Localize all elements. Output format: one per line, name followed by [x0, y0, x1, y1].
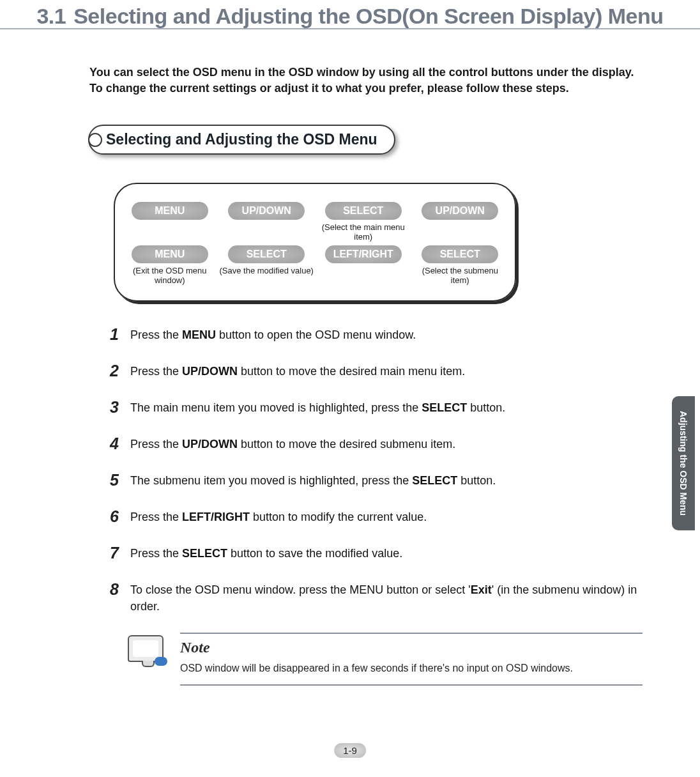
button-row-1: MENU UP/DOWN SELECT (Select the main men…	[121, 202, 508, 242]
intro-paragraph: You can select the OSD menu in the OSD w…	[89, 65, 643, 96]
button-caption: (Exit the OSD menu window)	[121, 266, 218, 285]
step-text: The main menu item you moved is highligh…	[130, 400, 505, 416]
step-number: 7	[110, 542, 130, 564]
step-item: 7 Press the SELECT button to save the mo…	[110, 546, 643, 564]
osd-button-leftright: LEFT/RIGHT	[325, 245, 402, 263]
note-text: OSD window will be disappeared in a few …	[180, 663, 643, 674]
step-item: 1 Press the MENU button to open the OSD …	[110, 327, 643, 346]
section-number: 3.1	[36, 4, 66, 28]
note-block: Note OSD window will be disappeared in a…	[121, 633, 643, 686]
step-item: 8 To close the OSD menu window. press th…	[110, 582, 643, 614]
mouse-shape	[155, 657, 167, 666]
button-cell: SELECT (Select the submenu item)	[412, 245, 509, 285]
button-caption	[121, 222, 218, 234]
monitor-face	[133, 640, 158, 657]
step-item: 4 Press the UP/DOWN button to move the d…	[110, 436, 643, 455]
button-panel: MENU UP/DOWN SELECT (Select the main men…	[114, 183, 516, 302]
subheading-pill: Selecting and Adjusting the OSD Menu	[88, 125, 395, 155]
subheading-wrap: Selecting and Adjusting the OSD Menu	[88, 125, 700, 155]
side-tab: Adjusting the OSD Menu	[672, 396, 695, 530]
step-text: Press the MENU button to open the OSD me…	[130, 327, 416, 343]
osd-button-menu: MENU	[132, 202, 208, 220]
step-text: Press the LEFT/RIGHT button to modify th…	[130, 509, 427, 525]
osd-button-select: SELECT	[422, 245, 498, 263]
step-text: The submenu item you moved is highlighte…	[130, 473, 496, 489]
step-item: 2 Press the UP/DOWN button to move the d…	[110, 364, 643, 382]
step-text: Press the SELECT button to save the modi…	[130, 546, 402, 562]
button-cell: SELECT (Select the main menu item)	[315, 202, 412, 242]
button-cell: SELECT (Save the modified value)	[218, 245, 316, 285]
osd-button-menu: MENU	[132, 245, 208, 263]
button-caption: (Save the modified value)	[218, 266, 316, 275]
button-cell: UP/DOWN	[218, 202, 316, 242]
button-caption: (Select the main menu item)	[315, 222, 412, 242]
button-caption	[218, 222, 316, 234]
section-title: 3.1Selecting and Adjusting the OSD(On Sc…	[0, 4, 700, 29]
button-caption: (Select the submenu item)	[412, 266, 509, 285]
note-content: Note OSD window will be disappeared in a…	[180, 633, 643, 686]
step-item: 3 The main menu item you moved is highli…	[110, 400, 643, 419]
page-number: 1-9	[334, 743, 366, 758]
osd-button-select: SELECT	[325, 202, 402, 220]
step-number: 2	[110, 360, 130, 382]
section-heading: 3.1Selecting and Adjusting the OSD(On Sc…	[0, 0, 700, 29]
button-cell: MENU (Exit the OSD menu window)	[121, 245, 218, 285]
osd-button-select: SELECT	[228, 245, 305, 263]
step-text: To close the OSD menu window. press the …	[130, 582, 643, 614]
step-number: 5	[110, 469, 130, 491]
step-number: 4	[110, 433, 130, 455]
note-label: Note	[180, 639, 643, 656]
button-row-2: MENU (Exit the OSD menu window) SELECT (…	[121, 245, 508, 285]
step-number: 6	[110, 505, 130, 528]
steps-list: 1 Press the MENU button to open the OSD …	[110, 327, 643, 614]
monitor-icon	[121, 633, 175, 677]
step-item: 6 Press the LEFT/RIGHT button to modify …	[110, 509, 643, 528]
step-number: 3	[110, 396, 130, 419]
heading-rule	[0, 28, 700, 29]
button-caption	[412, 222, 509, 234]
step-text: Press the UP/DOWN button to move the des…	[130, 436, 455, 452]
button-cell: MENU	[121, 202, 218, 242]
osd-button-updown: UP/DOWN	[422, 202, 498, 220]
section-title-text: Selecting and Adjusting the OSD(On Scree…	[73, 4, 663, 28]
button-cell: UP/DOWN	[412, 202, 509, 242]
step-number: 1	[110, 323, 130, 346]
osd-button-updown: UP/DOWN	[228, 202, 305, 220]
step-number: 8	[110, 578, 130, 601]
step-text: Press the UP/DOWN button to move the des…	[130, 364, 465, 380]
button-cell: LEFT/RIGHT	[315, 245, 412, 285]
step-item: 5 The submenu item you moved is highligh…	[110, 473, 643, 491]
